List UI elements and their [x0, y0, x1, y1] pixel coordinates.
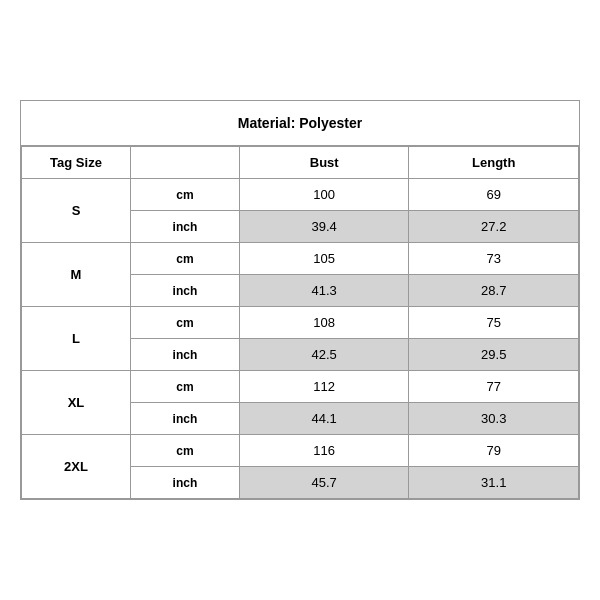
- table-row: Lcm10875: [22, 307, 579, 339]
- length-inch-value: 29.5: [409, 339, 579, 371]
- unit-cell-cm: cm: [130, 307, 239, 339]
- bust-inch-value: 39.4: [239, 211, 409, 243]
- tag-size-cell: S: [22, 179, 131, 243]
- bust-inch-value: 41.3: [239, 275, 409, 307]
- chart-title: Material: Polyester: [21, 101, 579, 146]
- unit-cell-inch: inch: [130, 339, 239, 371]
- unit-cell-inch: inch: [130, 467, 239, 499]
- length-inch-value: 28.7: [409, 275, 579, 307]
- unit-cell-cm: cm: [130, 435, 239, 467]
- length-cm-value: 73: [409, 243, 579, 275]
- unit-cell-inch: inch: [130, 211, 239, 243]
- tag-size-header: Tag Size: [22, 147, 131, 179]
- unit-cell-cm: cm: [130, 371, 239, 403]
- bust-cm-value: 108: [239, 307, 409, 339]
- unit-cell-inch: inch: [130, 275, 239, 307]
- length-inch-value: 30.3: [409, 403, 579, 435]
- bust-cm-value: 112: [239, 371, 409, 403]
- tag-size-cell: L: [22, 307, 131, 371]
- table-row: XLcm11277: [22, 371, 579, 403]
- unit-header: [130, 147, 239, 179]
- bust-inch-value: 44.1: [239, 403, 409, 435]
- bust-cm-value: 105: [239, 243, 409, 275]
- tag-size-cell: 2XL: [22, 435, 131, 499]
- bust-inch-value: 42.5: [239, 339, 409, 371]
- length-inch-value: 31.1: [409, 467, 579, 499]
- bust-header: Bust: [239, 147, 409, 179]
- length-cm-value: 69: [409, 179, 579, 211]
- length-header: Length: [409, 147, 579, 179]
- length-cm-value: 75: [409, 307, 579, 339]
- table-row: Mcm10573: [22, 243, 579, 275]
- tag-size-cell: XL: [22, 371, 131, 435]
- unit-cell-cm: cm: [130, 179, 239, 211]
- table-row: 2XLcm11679: [22, 435, 579, 467]
- unit-cell-inch: inch: [130, 403, 239, 435]
- table-header: Tag Size Bust Length: [22, 147, 579, 179]
- tag-size-cell: M: [22, 243, 131, 307]
- bust-cm-value: 100: [239, 179, 409, 211]
- unit-cell-cm: cm: [130, 243, 239, 275]
- bust-inch-value: 45.7: [239, 467, 409, 499]
- bust-cm-value: 116: [239, 435, 409, 467]
- length-cm-value: 79: [409, 435, 579, 467]
- length-cm-value: 77: [409, 371, 579, 403]
- length-inch-value: 27.2: [409, 211, 579, 243]
- size-table: Tag Size Bust Length Scm10069inch39.427.…: [21, 146, 579, 499]
- table-row: Scm10069: [22, 179, 579, 211]
- size-chart: Material: Polyester Tag Size Bust Length…: [20, 100, 580, 500]
